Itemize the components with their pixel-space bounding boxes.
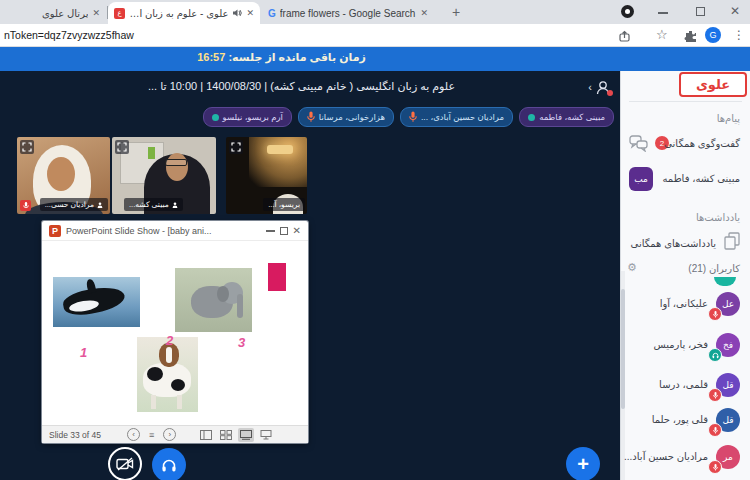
window-restore-button[interactable] bbox=[696, 7, 705, 16]
fullscreen-icon[interactable] bbox=[20, 140, 34, 154]
mic-status-icon bbox=[708, 388, 722, 402]
classroom-main-area: علوم به زبان انگلیسی ( خانم مبینی کشه) |… bbox=[0, 71, 620, 480]
mic-icon bbox=[307, 111, 315, 123]
mic-icon bbox=[409, 111, 417, 123]
browser-omnibox: nToken=dqz7zvyzwzz5fhaw ☆ G ⋮ bbox=[0, 24, 750, 47]
teacher-chat-item[interactable]: مب مبینی کشه، فاطمه bbox=[621, 167, 750, 195]
participants-toggle[interactable]: ‹ bbox=[588, 79, 612, 96]
powerpoint-titlebar[interactable]: P PowerPoint Slide Show - [baby ani... ✕ bbox=[42, 221, 308, 241]
user-list-item[interactable]: فخ فخر، پارمیس bbox=[621, 333, 750, 363]
teacher-chat-label: مبینی کشه، فاطمه bbox=[663, 173, 741, 184]
slideshow-view-icon[interactable] bbox=[258, 428, 274, 442]
user-name: فخر، پارمیس bbox=[653, 339, 708, 350]
mic-status-icon bbox=[708, 307, 722, 321]
public-notes-label: یادداشت‌های همگانی bbox=[631, 238, 716, 249]
bookmark-star-icon[interactable]: ☆ bbox=[656, 27, 668, 42]
browser-menu-icon[interactable]: ⋮ bbox=[733, 28, 745, 42]
slide-menu-icon[interactable]: ≡ bbox=[149, 430, 154, 440]
normal-view-icon[interactable] bbox=[198, 428, 214, 442]
pill-name: هزارخوانی، مرسانا bbox=[319, 112, 385, 122]
slide-sorter-view-icon[interactable] bbox=[218, 428, 234, 442]
close-icon[interactable]: ✕ bbox=[92, 9, 100, 18]
profile-avatar[interactable]: G bbox=[705, 27, 721, 43]
timer-text: زمان باقی مانده از جلسه: 16:57 bbox=[0, 51, 560, 64]
public-chat-item[interactable]: 2 گفت‌وگوی همگانی bbox=[621, 133, 750, 159]
pill-name: مبینی کشه، فاطمه bbox=[539, 112, 605, 122]
mic-status-icon bbox=[708, 460, 722, 474]
add-action-button[interactable]: + bbox=[566, 447, 600, 480]
headphones-icon bbox=[161, 458, 177, 473]
chat-bubbles-icon bbox=[629, 135, 648, 156]
alavi-logo: علوی bbox=[679, 72, 747, 97]
mic-alert-badge bbox=[20, 200, 31, 211]
close-icon[interactable]: ✕ bbox=[420, 9, 428, 18]
pill-name: آرم بریسو، نیلسو bbox=[223, 112, 283, 122]
elephant-image bbox=[175, 268, 252, 332]
orca-image bbox=[53, 277, 140, 327]
tab-audio-icon[interactable] bbox=[232, 8, 242, 18]
minimize-icon[interactable] bbox=[266, 230, 275, 232]
reading-view-icon[interactable] bbox=[238, 428, 254, 442]
video-feed-teacher[interactable]: مبینی کشه... bbox=[112, 137, 216, 214]
participant-pill[interactable]: آرم بریسو، نیلسو bbox=[203, 107, 292, 127]
user-list-item[interactable]: قل قلی پور، حلما bbox=[621, 408, 750, 438]
glasses-shape bbox=[165, 159, 187, 166]
session-timer-bar: زمان باقی مانده از جلسه: 16:57 bbox=[0, 47, 750, 71]
extensions-puzzle-icon[interactable] bbox=[684, 29, 697, 47]
public-chat-label: گفت‌وگوی همگانی bbox=[664, 138, 740, 149]
browser-tab-classroom-active[interactable]: ع علوی - علوم به زبان انگلیسی ( خانم ✕ bbox=[108, 2, 260, 24]
browser-tab-google[interactable]: G frame flowers - Google Search ✕ bbox=[262, 2, 434, 24]
window-minimize-button[interactable] bbox=[658, 12, 668, 14]
share-icon[interactable] bbox=[618, 29, 631, 47]
slide-counter: Slide 33 of 45 bbox=[49, 430, 101, 440]
fullscreen-icon[interactable] bbox=[115, 140, 129, 154]
video-name-label: مبینی کشه... bbox=[124, 198, 183, 211]
tab-title: علوی - علوم به زبان انگلیسی ( خانم bbox=[129, 8, 228, 19]
maximize-icon[interactable] bbox=[280, 227, 288, 235]
user-name: قلی پور، حلما bbox=[652, 414, 708, 425]
user-list-item[interactable]: عل علیکانی، آوا bbox=[621, 292, 750, 322]
face-shape bbox=[47, 157, 75, 191]
pink-rectangle-shape bbox=[268, 263, 286, 291]
close-icon[interactable]: ✕ bbox=[293, 226, 301, 236]
video-name-label: مرادیان حسی... bbox=[40, 198, 108, 211]
tab-title: پرتال علوی bbox=[16, 8, 88, 19]
powerpoint-statusbar: Slide 33 of 45 ‹ ≡ › bbox=[42, 425, 308, 443]
powerpoint-window[interactable]: P PowerPoint Slide Show - [baby ani... ✕ bbox=[42, 221, 308, 443]
new-tab-button[interactable]: + bbox=[447, 3, 465, 21]
participant-pill[interactable]: مرادیان حسین آبادی، ... bbox=[400, 107, 513, 127]
alavi-favicon: ع bbox=[114, 8, 125, 19]
public-notes-item[interactable]: یادداشت‌های همگانی bbox=[621, 231, 750, 257]
participant-pill[interactable]: مبینی کشه، فاطمه bbox=[519, 107, 614, 127]
slide-canvas: 1 2 3 bbox=[42, 241, 308, 425]
video-feed-student2[interactable]: بریسو، آ... bbox=[226, 137, 307, 214]
user-list-item[interactable]: قل قلمی، درسا bbox=[621, 373, 750, 403]
next-slide-button[interactable]: › bbox=[163, 428, 176, 441]
audio-button[interactable] bbox=[152, 448, 186, 480]
slide-number-label: 3 bbox=[238, 335, 245, 350]
previous-slide-button[interactable]: ‹ bbox=[127, 428, 140, 441]
user-name: علیکانی، آوا bbox=[660, 298, 708, 309]
users-settings-gear-icon[interactable]: ⚙ bbox=[627, 261, 637, 274]
sticky-note-shape bbox=[148, 147, 155, 159]
messages-section-header: پیام‌ها bbox=[717, 113, 740, 124]
camera-toggle-button[interactable] bbox=[108, 447, 142, 480]
chevron-left-icon: ‹ bbox=[588, 82, 592, 93]
browser-status-icon[interactable] bbox=[621, 5, 634, 18]
fullscreen-icon[interactable] bbox=[229, 140, 243, 154]
participant-pill[interactable]: هزارخوانی، مرسانا bbox=[298, 107, 394, 127]
timer-label: زمان باقی مانده از جلسه: bbox=[228, 51, 365, 63]
close-icon[interactable]: ✕ bbox=[246, 9, 254, 18]
avatar: مب bbox=[629, 167, 653, 191]
tab-title: frame flowers - Google Search bbox=[280, 8, 417, 19]
pill-name: مرادیان حسین آبادی، ... bbox=[421, 112, 504, 122]
person-icon bbox=[594, 79, 612, 96]
window-close-button[interactable]: ✕ bbox=[730, 4, 740, 18]
url-field[interactable]: nToken=dqz7zvyzwzz5fhaw bbox=[4, 29, 134, 41]
user-name: قلمی، درسا bbox=[659, 379, 708, 390]
notes-pages-icon bbox=[724, 232, 740, 254]
video-feed-student1[interactable]: مرادیان حسی... bbox=[17, 137, 110, 214]
powerpoint-app-icon: P bbox=[49, 225, 61, 237]
user-list-item[interactable]: مر مرادیان حسین آباد... bbox=[621, 445, 750, 475]
browser-tab-portal[interactable]: پرتال علوی ✕ bbox=[10, 2, 106, 24]
